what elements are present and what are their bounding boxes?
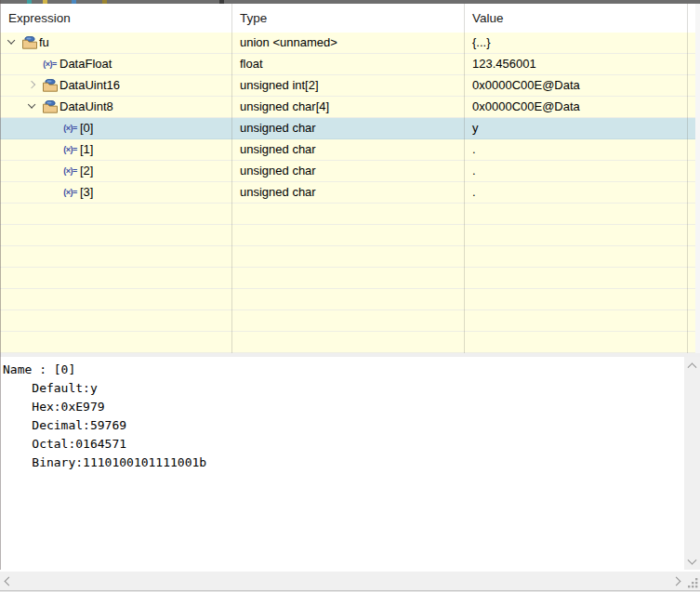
variable-icon-holder: (×)= (61, 161, 79, 180)
table-row[interactable]: DataUint8 unsigned char[4] 0x0000C00E@Da… (0, 97, 695, 118)
chevron-up-icon (688, 362, 697, 372)
detail-text: Name : [0] Default:y Hex:0xE979 Decimal:… (0, 357, 684, 472)
chevron-down-icon (688, 555, 697, 564)
expression-tree: fu union <unnamed> {...} (×)= DataFloat … (0, 33, 695, 353)
scroll-left-button[interactable] (0, 572, 17, 590)
column-header-expression[interactable]: Expression (8, 4, 71, 33)
aggregate-icon (43, 79, 58, 92)
empty-row (0, 332, 695, 353)
table-row[interactable]: (×)= [1] unsigned char . (0, 139, 695, 161)
value-cell: 0x0000C00E@Data (472, 97, 580, 117)
vertical-scrollbar[interactable] (684, 357, 700, 570)
value-cell: {...} (472, 33, 491, 53)
pane-splitter[interactable] (0, 353, 700, 357)
scroll-right-button[interactable] (667, 572, 684, 590)
aggregate-icon-holder (41, 97, 59, 116)
column-divider[interactable] (464, 4, 465, 353)
toolbar-remnant-icon (219, 0, 224, 4)
variable-icon: (×)= (43, 59, 57, 69)
empty-row (0, 289, 695, 310)
value-cell: . (472, 139, 476, 160)
type-cell: union <unnamed> (240, 33, 337, 53)
aggregate-icon-holder (20, 33, 38, 52)
horizontal-scrollbar[interactable] (0, 572, 684, 590)
expression-cell: fu (39, 33, 49, 53)
table-scrollbar-track[interactable] (695, 4, 700, 353)
empty-row (0, 225, 695, 246)
aggregate-icon (43, 100, 58, 113)
value-cell: 123.456001 (472, 54, 536, 74)
value-cell: . (472, 161, 476, 181)
table-row[interactable]: (×)= DataFloat float 123.456001 (0, 54, 695, 75)
detail-pane[interactable]: Name : [0] Default:y Hex:0xE979 Decimal:… (0, 357, 684, 572)
grip-dots-icon (687, 577, 698, 588)
chevron-down-icon[interactable] (26, 97, 38, 116)
type-cell: unsigned char (240, 161, 316, 181)
table-row[interactable]: (×)= [3] unsigned char . (0, 182, 695, 204)
empty-row (0, 310, 695, 332)
expression-cell: [1] (80, 139, 93, 160)
variable-icon: (×)= (63, 166, 77, 176)
column-header-type[interactable]: Type (240, 4, 267, 33)
column-divider[interactable] (687, 4, 688, 353)
aggregate-icon-holder (41, 75, 59, 95)
table-row[interactable]: DataUint16 unsigned int[2] 0x0000C00E@Da… (0, 75, 695, 97)
type-cell: float (240, 54, 263, 74)
variable-icon: (×)= (63, 124, 77, 133)
type-cell: unsigned char (240, 182, 316, 203)
value-cell: . (472, 182, 476, 203)
chevron-down-icon[interactable] (6, 33, 18, 52)
toolbar-remnant-icon (27, 0, 32, 4)
column-header-value[interactable]: Value (472, 4, 504, 33)
expression-cell: [2] (80, 161, 93, 181)
expression-cell: [0] (80, 118, 93, 138)
expression-cell: DataUint8 (59, 97, 113, 117)
column-divider[interactable] (231, 4, 232, 353)
expression-cell: DataFloat (59, 54, 112, 74)
scroll-up-button[interactable] (684, 357, 700, 372)
type-cell: unsigned char (240, 139, 316, 160)
toolbar-remnant (0, 0, 700, 4)
table-row[interactable]: (×)= [2] unsigned char . (0, 161, 695, 182)
variable-icon-holder: (×)= (61, 182, 79, 202)
table-row[interactable]: (×)= [0] unsigned char y (0, 118, 695, 139)
window-left-border (0, 0, 1, 570)
value-cell: 0x0000C00E@Data (472, 75, 580, 96)
chevron-left-icon (4, 576, 13, 585)
table-header: Expression Type Value (0, 4, 700, 33)
expression-cell: [3] (80, 182, 93, 203)
toolbar-remnant-icon (102, 0, 107, 4)
variable-icon: (×)= (63, 145, 77, 154)
resize-grip[interactable] (684, 572, 700, 590)
scroll-down-button[interactable] (684, 555, 700, 570)
chevron-right-icon[interactable] (26, 75, 38, 95)
variable-icon-holder: (×)= (61, 118, 79, 138)
variable-icon-holder: (×)= (41, 54, 59, 73)
value-cell: y (472, 118, 479, 138)
aggregate-icon (22, 36, 37, 49)
type-cell: unsigned char[4] (240, 97, 329, 117)
empty-row (0, 204, 695, 225)
variable-icon-holder: (×)= (61, 139, 79, 159)
expression-cell: DataUint16 (59, 75, 120, 96)
expressions-view: Expression Type Value fu union <unnamed>… (0, 0, 700, 592)
type-cell: unsigned char (240, 118, 316, 138)
type-cell: unsigned int[2] (240, 75, 319, 96)
table-row[interactable]: fu union <unnamed> {...} (0, 33, 695, 54)
variable-icon: (×)= (63, 188, 77, 197)
empty-row (0, 246, 695, 268)
empty-row (0, 268, 695, 289)
toolbar-remnant-icon (43, 0, 47, 4)
chevron-right-icon (671, 576, 680, 585)
toolbar-remnant-icon (72, 0, 76, 4)
